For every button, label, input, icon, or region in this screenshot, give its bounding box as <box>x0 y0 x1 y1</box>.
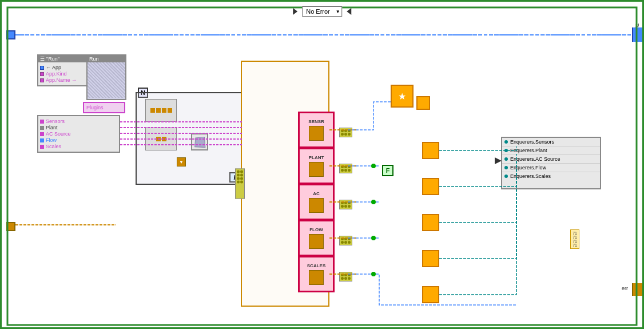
num-val-1: 71 <box>573 231 577 235</box>
module-sensr: SENSR <box>298 112 335 148</box>
enq-row-sensors: Enquerers.Sensors <box>502 138 600 146</box>
bottom-left-terminal <box>6 222 15 231</box>
c2 <box>344 165 347 168</box>
enq-label-scales: Enquerers.Scales <box>510 173 551 179</box>
module-sensr-label: SENSR <box>308 119 324 124</box>
c2 <box>344 201 347 204</box>
enq-dot-plant <box>504 149 508 152</box>
enq-dot-scales <box>504 175 508 178</box>
svg-point-3 <box>371 164 376 168</box>
connector-name <box>40 78 44 82</box>
top-wire <box>7 34 637 35</box>
f-block: F <box>382 165 393 176</box>
c3 <box>348 201 351 204</box>
sensor-dot-flow <box>40 138 44 142</box>
c6 <box>348 277 351 280</box>
svg-point-4 <box>371 200 376 204</box>
star-icon: ★ <box>398 91 406 102</box>
sensor-row-flow: Flow <box>40 137 117 143</box>
error-prev-arrow[interactable] <box>293 8 300 15</box>
c3 <box>348 273 351 276</box>
module-flow-label: FLOW <box>309 227 323 232</box>
enq-arrow <box>495 157 502 164</box>
c5 <box>344 241 347 244</box>
conn-dot <box>237 181 240 184</box>
run-header: Run <box>88 56 125 62</box>
conn-dot <box>237 171 240 173</box>
enq-dot-flow <box>504 166 508 169</box>
sensor-label-sensors: Sensors <box>46 118 65 124</box>
loop-dropdown: ▼ <box>177 157 186 167</box>
c3 <box>348 165 351 168</box>
c3 <box>348 237 351 240</box>
enq-dot-acsource <box>504 157 508 161</box>
c1 <box>341 165 344 168</box>
c4 <box>341 133 344 136</box>
svg-point-5 <box>371 236 376 240</box>
loop-inner-block-1 <box>145 99 177 122</box>
func-block-sensr <box>422 142 439 159</box>
enq-row-scales: Enquerers.Scales <box>502 172 600 180</box>
enq-row-plant: Enquerers.Plant <box>502 146 600 155</box>
module-ac-icon <box>309 198 324 213</box>
enq-label-plant: Enquerers.Plant <box>510 148 547 153</box>
loop-block: I ▼ <box>136 92 242 185</box>
run-block: Run <box>86 54 126 100</box>
sensor-row-sensors: Sensors <box>40 118 117 124</box>
module-sensr-icon <box>309 126 324 141</box>
num-val-4: 71 <box>573 243 577 247</box>
plugins-label: Plugins <box>86 105 104 110</box>
inner-cell2 <box>162 137 166 141</box>
module-scales-icon <box>309 270 324 285</box>
cube-icon <box>194 137 205 148</box>
module-flow-icon <box>309 234 324 249</box>
num-block: 71 71 71 71 <box>570 229 579 249</box>
c2 <box>344 129 347 132</box>
module-plant-label: PLANT <box>309 155 324 160</box>
inner-cell <box>156 108 161 113</box>
connector-kind <box>40 72 44 76</box>
error-label: No Error <box>306 8 330 15</box>
enq-label-sensors: Enquerers.Sensors <box>510 139 554 145</box>
conn-dot <box>237 174 240 177</box>
enq-row-acsource: Enquerers.AC Source <box>502 155 600 164</box>
conn-sensr-right <box>339 128 352 137</box>
c2 <box>344 237 347 240</box>
svg-point-6 <box>371 272 376 276</box>
c1 <box>341 237 344 240</box>
conn-dot <box>240 174 243 177</box>
c6 <box>348 241 351 244</box>
inner-cell <box>162 108 166 113</box>
error-bar[interactable]: No Error ▼ <box>293 6 351 17</box>
enq-label-flow: Enquerers.Flow <box>510 165 546 171</box>
module-ac: AC <box>298 184 335 220</box>
error-next-arrow[interactable] <box>344 8 351 15</box>
plugins-block: Plugins <box>83 102 125 113</box>
enquirers-block: Enquerers.Sensors Enquerers.Plant Enquer… <box>501 137 601 189</box>
main-canvas: No Error ▼ Tes err ☰ "Run" ← App App.Kin… <box>0 0 644 329</box>
module-flow: FLOW <box>298 220 335 256</box>
app-icon: ☰ <box>40 56 45 62</box>
enq-dot-sensors <box>504 140 508 144</box>
sensor-label-plant: Plant <box>46 125 58 130</box>
c1 <box>341 129 344 132</box>
c2 <box>344 273 347 276</box>
err-terminal <box>632 283 642 296</box>
num-val-2: 71 <box>573 235 577 239</box>
module-ac-label: AC <box>313 191 320 196</box>
inner-cell <box>168 108 172 113</box>
conn-scales-right <box>339 272 352 282</box>
conn-ac-right <box>339 200 352 209</box>
c4 <box>341 205 344 208</box>
c4 <box>341 241 344 244</box>
c4 <box>341 277 344 280</box>
conn-dot <box>240 171 243 173</box>
error-dropdown-arrow[interactable]: ▼ <box>336 9 340 14</box>
c5 <box>344 205 347 208</box>
func-block-1 <box>416 96 430 110</box>
sensor-label-flow: Flow <box>46 137 57 143</box>
module-plant-icon <box>309 162 324 177</box>
sensor-row-acsource: AC Source <box>40 131 117 137</box>
sensor-row-plant: Plant <box>40 125 117 130</box>
sensor-dot-scales <box>40 145 44 149</box>
